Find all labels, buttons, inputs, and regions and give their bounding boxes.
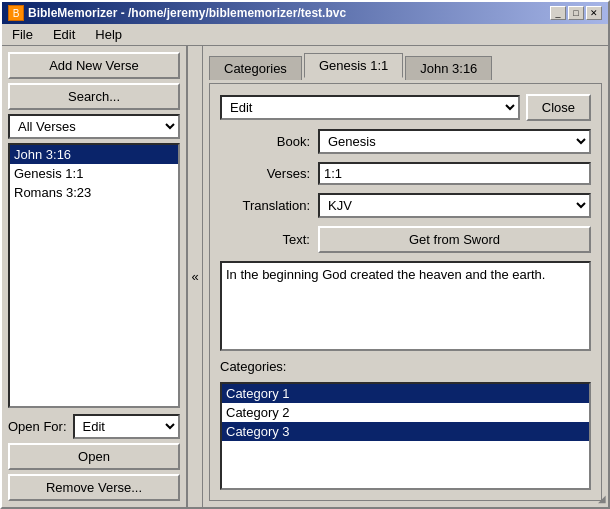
remove-verse-button[interactable]: Remove Verse... — [8, 474, 180, 501]
list-item[interactable]: Category 2 — [222, 403, 589, 422]
translation-label: Translation: — [220, 198, 310, 213]
menu-help[interactable]: Help — [89, 25, 128, 44]
book-row: Book: Genesis — [220, 129, 591, 154]
left-panel: Add New Verse Search... All Verses John … — [2, 46, 187, 507]
main-window: B BibleMemorizer - /home/jeremy/biblemem… — [0, 0, 610, 509]
list-item[interactable]: John 3:16 — [10, 145, 178, 164]
close-window-button[interactable]: ✕ — [586, 6, 602, 20]
text-control: Get from Sword — [318, 226, 591, 253]
verses-input[interactable] — [318, 162, 591, 185]
filter-select[interactable]: All Verses — [8, 114, 180, 139]
app-icon: B — [8, 5, 24, 21]
book-control: Genesis — [318, 129, 591, 154]
window-title: BibleMemorizer - /home/jeremy/biblememor… — [28, 6, 346, 20]
title-bar-left: B BibleMemorizer - /home/jeremy/biblemem… — [8, 5, 346, 21]
list-item[interactable]: Category 1 — [222, 384, 589, 403]
text-label: Text: — [220, 232, 310, 247]
edit-bar: Edit Close — [220, 94, 591, 121]
translation-row: Translation: KJV — [220, 193, 591, 218]
title-buttons: _ □ ✕ — [550, 6, 602, 20]
right-panel: Categories Genesis 1:1 John 3:16 Edit Cl… — [203, 46, 608, 507]
edit-mode-select[interactable]: Edit — [220, 95, 520, 120]
tab-genesis[interactable]: Genesis 1:1 — [304, 53, 403, 78]
list-item[interactable]: Genesis 1:1 — [10, 164, 178, 183]
add-verse-button[interactable]: Add New Verse — [8, 52, 180, 79]
verse-text-area[interactable]: In the beginning God created the heaven … — [220, 261, 591, 351]
open-for-select[interactable]: Edit — [73, 414, 180, 439]
chevron-left-icon: « — [191, 269, 198, 284]
categories-label: Categories: — [220, 359, 286, 374]
open-for-row: Open For: Edit — [8, 414, 180, 439]
menu-file[interactable]: File — [6, 25, 39, 44]
search-button[interactable]: Search... — [8, 83, 180, 110]
translation-select[interactable]: KJV — [318, 193, 591, 218]
list-item[interactable]: Category 3 — [222, 422, 589, 441]
menu-bar: File Edit Help — [2, 24, 608, 46]
get-from-sword-button[interactable]: Get from Sword — [318, 226, 591, 253]
close-button[interactable]: Close — [526, 94, 591, 121]
tab-john[interactable]: John 3:16 — [405, 56, 492, 80]
verses-control — [318, 162, 591, 185]
title-bar: B BibleMemorizer - /home/jeremy/biblemem… — [2, 2, 608, 24]
panel-collapse-handle[interactable]: « — [187, 46, 203, 507]
list-item[interactable]: Romans 3:23 — [10, 183, 178, 202]
main-content: Add New Verse Search... All Verses John … — [2, 46, 608, 507]
resize-handle[interactable]: ◢ — [594, 493, 606, 505]
tab-categories[interactable]: Categories — [209, 56, 302, 80]
text-row: Text: Get from Sword — [220, 226, 591, 253]
categories-list: Category 1 Category 2 Category 3 — [220, 382, 591, 490]
verses-row: Verses: — [220, 162, 591, 185]
open-button[interactable]: Open — [8, 443, 180, 470]
translation-control: KJV — [318, 193, 591, 218]
verse-list: John 3:16 Genesis 1:1 Romans 3:23 — [8, 143, 180, 408]
tab-content: Edit Close Book: Genesis Verses: — [209, 83, 602, 501]
maximize-button[interactable]: □ — [568, 6, 584, 20]
book-label: Book: — [220, 134, 310, 149]
categories-header-row: Categories: — [220, 359, 591, 374]
filter-dropdown-wrapper: All Verses — [8, 114, 180, 139]
minimize-button[interactable]: _ — [550, 6, 566, 20]
tabs-bar: Categories Genesis 1:1 John 3:16 — [209, 52, 602, 77]
book-select[interactable]: Genesis — [318, 129, 591, 154]
menu-edit[interactable]: Edit — [47, 25, 81, 44]
open-for-label: Open For: — [8, 419, 67, 434]
verses-label: Verses: — [220, 166, 310, 181]
